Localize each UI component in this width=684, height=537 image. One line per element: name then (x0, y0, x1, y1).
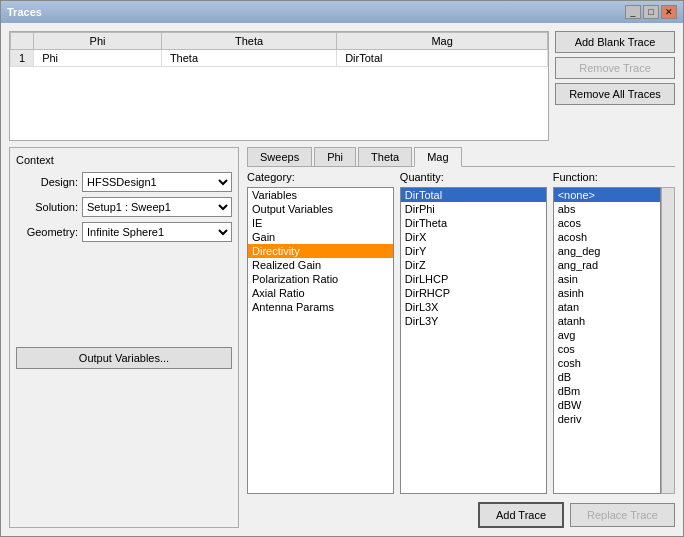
tab-mag[interactable]: Mag (414, 147, 461, 167)
trace-table: Phi Theta Mag 1 Phi Theta DirTotal (10, 32, 548, 67)
function-wrapper: <none> abs acos acosh ang_deg ang_rad as… (553, 187, 675, 494)
col-header-theta: Theta (161, 33, 336, 50)
list-item[interactable]: dBm (554, 384, 660, 398)
bottom-section: Context Design: HFSSDesign1 Solution: Se… (9, 147, 675, 528)
lists-row: Category: Variables Output Variables IE … (247, 171, 675, 494)
design-row: Design: HFSSDesign1 (16, 172, 232, 192)
list-item[interactable]: Gain (248, 230, 393, 244)
minimize-button[interactable]: _ (625, 5, 641, 19)
category-column: Category: Variables Output Variables IE … (247, 171, 394, 494)
list-item[interactable]: atan (554, 300, 660, 314)
list-item[interactable]: atanh (554, 314, 660, 328)
remove-trace-button[interactable]: Remove Trace (555, 57, 675, 79)
row-theta: Theta (161, 50, 336, 67)
table-row[interactable]: 1 Phi Theta DirTotal (11, 50, 548, 67)
list-item[interactable]: cos (554, 342, 660, 356)
tab-sweeps[interactable]: Sweeps (247, 147, 312, 166)
list-item[interactable]: avg (554, 328, 660, 342)
list-item-dirtotal[interactable]: DirTotal (401, 188, 546, 202)
quantity-label: Quantity: (400, 171, 547, 183)
list-item[interactable]: dBW (554, 398, 660, 412)
list-item[interactable]: ang_rad (554, 258, 660, 272)
function-column: Function: <none> abs acos acosh ang_deg … (553, 171, 675, 494)
add-trace-button[interactable]: Add Trace (478, 502, 564, 528)
window-title: Traces (7, 6, 42, 18)
list-item[interactable]: IE (248, 216, 393, 230)
col-header-phi: Phi (34, 33, 162, 50)
list-item[interactable]: Realized Gain (248, 258, 393, 272)
list-item[interactable]: asin (554, 272, 660, 286)
output-variables-button[interactable]: Output Variables... (16, 347, 232, 369)
design-select[interactable]: HFSSDesign1 (82, 172, 232, 192)
list-item[interactable]: DirZ (401, 258, 546, 272)
tabs-row: Sweeps Phi Theta Mag (247, 147, 675, 167)
main-content: Phi Theta Mag 1 Phi Theta DirTotal (1, 23, 683, 536)
list-item[interactable]: Polarization Ratio (248, 272, 393, 286)
function-scrollbar[interactable] (661, 187, 675, 494)
row-phi: Phi (34, 50, 162, 67)
close-button[interactable]: ✕ (661, 5, 677, 19)
tab-phi[interactable]: Phi (314, 147, 356, 166)
quantity-column: Quantity: DirTotal DirPhi DirTheta DirX … (400, 171, 547, 494)
category-listbox[interactable]: Variables Output Variables IE Gain Direc… (247, 187, 394, 494)
remove-all-traces-button[interactable]: Remove All Traces (555, 83, 675, 105)
col-header-num (11, 33, 34, 50)
list-item[interactable]: DirL3Y (401, 314, 546, 328)
list-item[interactable]: DirPhi (401, 202, 546, 216)
list-item[interactable]: DirRHCP (401, 286, 546, 300)
list-item[interactable]: DirLHCP (401, 272, 546, 286)
list-item[interactable]: Axial Ratio (248, 286, 393, 300)
add-blank-trace-button[interactable]: Add Blank Trace (555, 31, 675, 53)
list-item[interactable]: DirX (401, 230, 546, 244)
list-item[interactable]: Antenna Params (248, 300, 393, 314)
function-label: Function: (553, 171, 675, 183)
row-number: 1 (11, 50, 34, 67)
list-item[interactable]: DirL3X (401, 300, 546, 314)
list-item[interactable]: DirY (401, 244, 546, 258)
list-item-none[interactable]: <none> (554, 188, 660, 202)
context-panel: Context Design: HFSSDesign1 Solution: Se… (9, 147, 239, 528)
geometry-row: Geometry: Infinite Sphere1 (16, 222, 232, 242)
design-label: Design: (16, 176, 78, 188)
list-item[interactable]: cosh (554, 356, 660, 370)
list-item[interactable]: asinh (554, 286, 660, 300)
title-bar: Traces _ □ ✕ (1, 1, 683, 23)
geometry-label: Geometry: (16, 226, 78, 238)
quantity-listbox[interactable]: DirTotal DirPhi DirTheta DirX DirY DirZ … (400, 187, 547, 494)
list-item[interactable]: acos (554, 216, 660, 230)
top-section: Phi Theta Mag 1 Phi Theta DirTotal (9, 31, 675, 141)
solution-row: Solution: Setup1 : Sweep1 (16, 197, 232, 217)
list-item[interactable]: deriv (554, 412, 660, 426)
category-label: Category: (247, 171, 394, 183)
bottom-buttons: Add Trace Replace Trace (247, 498, 675, 528)
list-item[interactable]: Output Variables (248, 202, 393, 216)
list-item[interactable]: DirTheta (401, 216, 546, 230)
replace-trace-button[interactable]: Replace Trace (570, 503, 675, 527)
solution-label: Solution: (16, 201, 78, 213)
list-item[interactable]: ang_deg (554, 244, 660, 258)
geometry-select[interactable]: Infinite Sphere1 (82, 222, 232, 242)
function-listbox[interactable]: <none> abs acos acosh ang_deg ang_rad as… (553, 187, 661, 494)
tab-theta[interactable]: Theta (358, 147, 412, 166)
row-mag: DirTotal (337, 50, 548, 67)
traces-window: Traces _ □ ✕ Phi Theta Mag (0, 0, 684, 537)
trace-table-area: Phi Theta Mag 1 Phi Theta DirTotal (9, 31, 549, 141)
maximize-button[interactable]: □ (643, 5, 659, 19)
list-item[interactable]: acosh (554, 230, 660, 244)
context-title: Context (16, 154, 232, 166)
list-item[interactable]: abs (554, 202, 660, 216)
list-item[interactable]: Variables (248, 188, 393, 202)
right-panel: Sweeps Phi Theta Mag Category: Variables… (247, 147, 675, 528)
list-item-directivity[interactable]: Directivity (248, 244, 393, 258)
col-header-mag: Mag (337, 33, 548, 50)
title-bar-controls: _ □ ✕ (625, 5, 677, 19)
trace-action-buttons: Add Blank Trace Remove Trace Remove All … (555, 31, 675, 141)
context-label: Context (16, 154, 54, 166)
solution-select[interactable]: Setup1 : Sweep1 (82, 197, 232, 217)
list-item[interactable]: dB (554, 370, 660, 384)
